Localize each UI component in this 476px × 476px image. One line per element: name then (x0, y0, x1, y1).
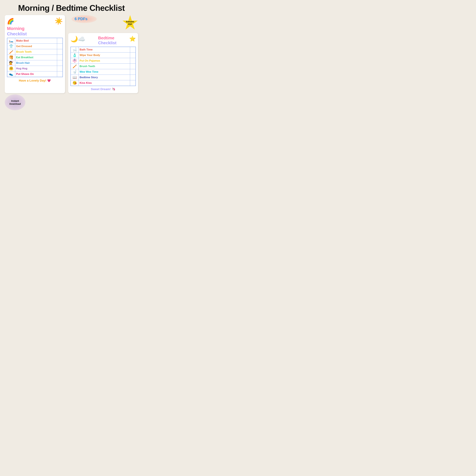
bedtime-header: 🌙☁️ Bedtime Checklist ⭐ (70, 35, 136, 45)
pdfs-badge: 6 PDFs (75, 17, 87, 21)
morning-task-checkbox[interactable] (57, 55, 63, 60)
morning-task-checkbox[interactable] (57, 38, 63, 44)
bedtime-checklist-table: 🛁 Bath Time 🧴 Wipe Your Body 👘 Put On Pa… (70, 47, 136, 86)
bedtime-task-icon: 🧴 (71, 52, 79, 58)
morning-header: 🌈 Morning Checklist ☀️ (7, 18, 63, 36)
sun-icon: ☀️ (55, 17, 63, 25)
morning-task-label: Get Dressed (15, 44, 57, 49)
morning-footer: Have a Lovely Day! 💗 (7, 79, 63, 82)
bedtime-task-row: 📖 Bedtime Story (71, 75, 136, 80)
bedtime-task-row: 🪥 Brush Teeth (71, 64, 136, 69)
bedtime-task-icon: 🪥 (71, 64, 79, 69)
morning-word1: Morning (7, 26, 24, 31)
morning-task-label: Brush Teeth (15, 49, 57, 55)
instant-download-badge: Instant Download (5, 94, 25, 110)
morning-task-row: 👟 Put Shoes On (7, 71, 63, 77)
bedtime-task-label: Wipe Your Body (79, 52, 130, 58)
bedtime-word2: Checklist (98, 40, 117, 45)
pdfs-text: 6 PDFs (75, 17, 87, 21)
morning-title: Morning Checklist (7, 26, 27, 36)
right-side: 6 PDFs Editable PDF 🌙☁️ Bedtime Checklis… (68, 15, 138, 93)
bedtime-task-row: 👘 Put On Pajamas (71, 58, 136, 64)
page-title: Morning / Bedtime Checklist (0, 0, 143, 14)
morning-task-checkbox[interactable] (57, 44, 63, 49)
morning-task-icon: 🤗 (7, 66, 15, 71)
editable-badge: Editable PDF (122, 15, 138, 31)
morning-task-checkbox[interactable] (57, 49, 63, 55)
morning-task-icon: 🪥 (7, 49, 15, 55)
bedtime-footer: Sweet Dream! 🦄 (70, 87, 136, 91)
morning-task-label: Put Shoes On (15, 71, 57, 77)
instant-download-text: Instant Download (9, 99, 21, 105)
morning-task-checkbox[interactable] (57, 66, 63, 71)
bedtime-task-icon: 👘 (71, 58, 79, 64)
morning-task-icon: 🛏️ (7, 38, 15, 44)
rainbow-icon: 🌈 (7, 18, 27, 25)
bedtime-task-label: Wee Wee Time (79, 69, 130, 75)
bedtime-word1: Bedtime (98, 35, 114, 40)
morning-task-label: Make Bed (15, 38, 57, 44)
bedtime-task-label: Kiss Kiss (79, 80, 130, 86)
morning-task-icon: 👕 (7, 44, 15, 49)
morning-task-row: 👕 Get Dressed (7, 44, 63, 49)
bedtime-task-icon: 📖 (71, 75, 79, 80)
moon-icon: 🌙☁️ (70, 35, 85, 43)
bedtime-task-label: Bedtime Story (79, 75, 130, 80)
morning-task-label: Eat Breakfast (15, 55, 57, 60)
morning-word2: Checklist (7, 32, 27, 36)
morning-task-row: 🛏️ Make Bed (7, 38, 63, 44)
bedtime-task-checkbox[interactable] (130, 64, 136, 69)
bedtime-task-icon: 😘 (71, 80, 79, 86)
bedtime-task-label: Bath Time (79, 47, 130, 52)
morning-task-icon: 💇 (7, 60, 15, 66)
morning-task-row: 🤗 Hug Hug (7, 66, 63, 71)
bedtime-task-icon: 🚽 (71, 69, 79, 75)
bedtime-task-row: 🛁 Bath Time (71, 47, 136, 52)
bedtime-task-checkbox[interactable] (130, 47, 136, 52)
bedtime-task-checkbox[interactable] (130, 58, 136, 64)
morning-task-checkbox[interactable] (57, 71, 63, 77)
morning-task-icon: 🥞 (7, 55, 15, 60)
morning-task-row: 💇 Brush Hair (7, 60, 63, 66)
bedtime-title: Bedtime Checklist (98, 35, 117, 45)
bedtime-task-icon: 🛁 (71, 47, 79, 52)
morning-task-checkbox[interactable] (57, 60, 63, 66)
bedtime-task-label: Put On Pajamas (79, 58, 130, 64)
morning-task-icon: 👟 (7, 71, 15, 77)
morning-task-row: 🪥 Brush Teeth (7, 49, 63, 55)
bottom-section: Instant Download (0, 93, 143, 113)
editable-text: Editable PDF (126, 20, 134, 25)
morning-title-container: 🌈 Morning Checklist (7, 18, 27, 36)
morning-checklist-table: 🛏️ Make Bed 👕 Get Dressed 🪥 Brush Teeth … (7, 38, 63, 77)
bedtime-task-checkbox[interactable] (130, 75, 136, 80)
content-area: 🌈 Morning Checklist ☀️ 🛏️ Make Bed 👕 Get… (0, 15, 143, 93)
top-badges: 6 PDFs Editable PDF (68, 15, 138, 31)
bedtime-card: 🌙☁️ Bedtime Checklist ⭐ 🛁 Bath Time 🧴 Wi… (68, 33, 138, 93)
bedtime-task-checkbox[interactable] (130, 52, 136, 58)
bedtime-task-label: Brush Teeth (79, 64, 130, 69)
bedtime-task-checkbox[interactable] (130, 69, 136, 75)
bedtime-task-checkbox[interactable] (130, 80, 136, 86)
bedtime-task-row: 🧴 Wipe Your Body (71, 52, 136, 58)
bedtime-task-row: 🚽 Wee Wee Time (71, 69, 136, 75)
bedtime-task-row: 😘 Kiss Kiss (71, 80, 136, 86)
star-icon: ⭐ (129, 35, 136, 42)
morning-task-label: Hug Hug (15, 66, 57, 71)
morning-card: 🌈 Morning Checklist ☀️ 🛏️ Make Bed 👕 Get… (5, 15, 65, 93)
morning-task-row: 🥞 Eat Breakfast (7, 55, 63, 60)
morning-task-label: Brush Hair (15, 60, 57, 66)
